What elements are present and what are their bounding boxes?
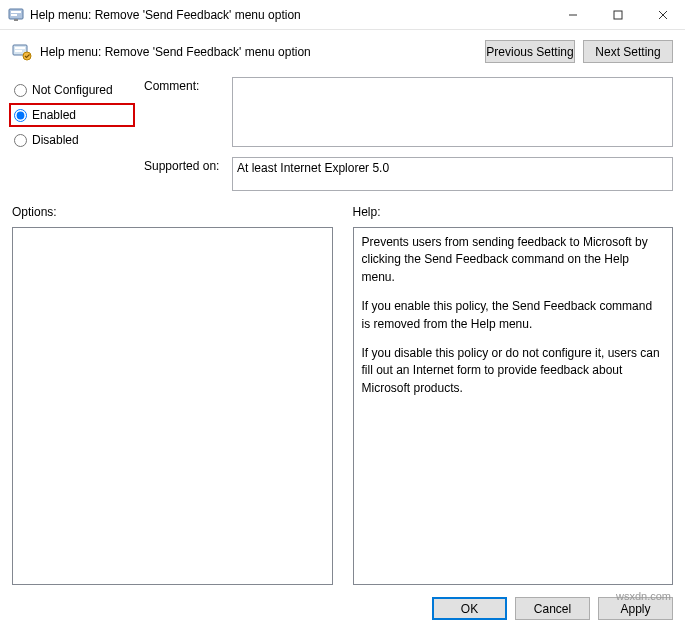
comment-label: Comment: — [144, 77, 224, 93]
client-area: Help menu: Remove 'Send Feedback' menu o… — [0, 30, 685, 630]
titlebar: Help menu: Remove 'Send Feedback' menu o… — [0, 0, 685, 30]
setting-radios: Not Configured Enabled Disabled — [12, 77, 132, 191]
previous-setting-button[interactable]: Previous Setting — [485, 40, 575, 63]
app-icon — [8, 7, 24, 23]
radio-not-configured-input[interactable] — [14, 84, 27, 97]
radio-enabled-label: Enabled — [32, 108, 76, 122]
comment-row: Comment: — [144, 77, 673, 147]
radio-enabled[interactable]: Enabled — [9, 103, 135, 127]
help-label: Help: — [353, 205, 674, 219]
policy-header: Help menu: Remove 'Send Feedback' menu o… — [12, 40, 673, 63]
help-column: Help: Prevents users from sending feedba… — [353, 205, 674, 585]
radio-disabled-label: Disabled — [32, 133, 79, 147]
radio-enabled-input[interactable] — [14, 109, 27, 122]
options-column: Options: — [12, 205, 333, 585]
radio-not-configured[interactable]: Not Configured — [12, 81, 132, 99]
svg-rect-10 — [15, 50, 22, 52]
radio-disabled[interactable]: Disabled — [12, 131, 132, 149]
svg-rect-5 — [614, 11, 622, 19]
help-paragraph-1: Prevents users from sending feedback to … — [362, 234, 665, 286]
settings-area: Not Configured Enabled Disabled Comment:… — [12, 77, 673, 191]
radio-not-configured-label: Not Configured — [32, 83, 113, 97]
cancel-button[interactable]: Cancel — [515, 597, 590, 620]
help-paragraph-3: If you disable this policy or do not con… — [362, 345, 665, 397]
window-title: Help menu: Remove 'Send Feedback' menu o… — [30, 0, 550, 30]
window-controls — [550, 0, 685, 29]
fields-column: Comment: Supported on: At least Internet… — [144, 77, 673, 191]
watermark: wsxdn.com — [616, 590, 671, 602]
svg-rect-1 — [11, 11, 21, 13]
comment-input[interactable] — [232, 77, 673, 147]
dialog-footer: OK Cancel Apply — [12, 585, 673, 620]
minimize-button[interactable] — [550, 0, 595, 29]
help-panel[interactable]: Prevents users from sending feedback to … — [353, 227, 674, 585]
lower-panels: Options: Help: Prevents users from sendi… — [12, 205, 673, 585]
policy-icon — [12, 42, 32, 62]
options-panel[interactable] — [12, 227, 333, 585]
help-paragraph-2: If you enable this policy, the Send Feed… — [362, 298, 665, 333]
supported-row: Supported on: At least Internet Explorer… — [144, 157, 673, 191]
radio-disabled-input[interactable] — [14, 134, 27, 147]
svg-rect-9 — [15, 47, 25, 49]
ok-button[interactable]: OK — [432, 597, 507, 620]
options-label: Options: — [12, 205, 333, 219]
close-button[interactable] — [640, 0, 685, 29]
svg-rect-3 — [14, 19, 18, 21]
policy-title: Help menu: Remove 'Send Feedback' menu o… — [40, 45, 477, 59]
supported-on-box: At least Internet Explorer 5.0 — [232, 157, 673, 191]
supported-label: Supported on: — [144, 157, 224, 173]
maximize-button[interactable] — [595, 0, 640, 29]
svg-point-11 — [23, 52, 31, 60]
next-setting-button[interactable]: Next Setting — [583, 40, 673, 63]
svg-rect-2 — [11, 14, 17, 16]
